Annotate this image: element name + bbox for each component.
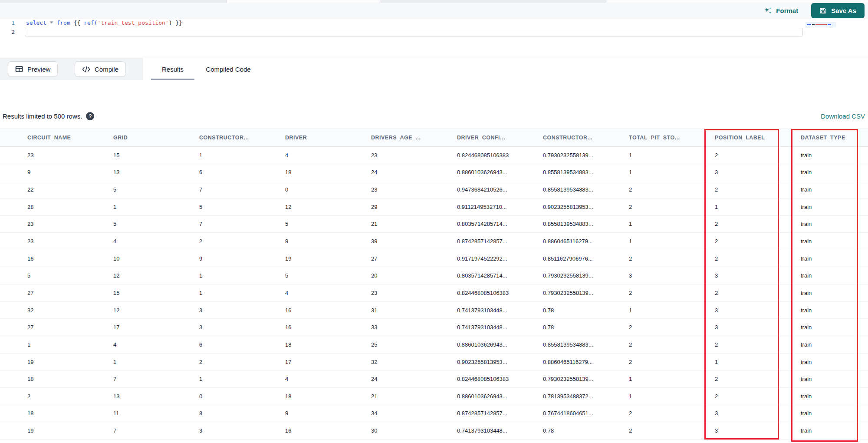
table-cell: 2 xyxy=(715,221,801,227)
table-cell: 0.8860103626943... xyxy=(457,341,543,348)
table-row: 22570230.9473684210526...0.8558139534883… xyxy=(0,181,868,198)
table-cell: train xyxy=(801,290,868,296)
table-cell: 16 xyxy=(285,324,371,331)
table-cell: 8 xyxy=(199,410,285,417)
table-cell: 2 xyxy=(715,341,801,348)
table-cell: 0.7930232558139... xyxy=(543,290,629,296)
table-cell: 23 xyxy=(27,152,113,159)
line-number: 2 xyxy=(0,28,17,36)
help-icon[interactable]: ? xyxy=(86,112,94,120)
download-csv-link[interactable]: Download CSV xyxy=(821,112,865,120)
line-number: 1 xyxy=(0,19,17,27)
compile-button-label: Compile xyxy=(95,66,118,73)
table-cell: 5 xyxy=(199,204,285,210)
active-line-cursor-box[interactable] xyxy=(25,28,803,36)
table-cell: 2 xyxy=(715,393,801,400)
table-row: 23575210.8035714285714...0.8558139534883… xyxy=(0,216,868,233)
table-cell: 4 xyxy=(113,238,199,245)
column-header-driver: DRIVER xyxy=(285,135,371,141)
action-bar: Format Save As xyxy=(0,3,868,19)
table-cell: 23 xyxy=(371,186,457,193)
table-cell: 1 xyxy=(715,204,801,210)
column-header-drivers-age: DRIVERS_AGE_... xyxy=(371,135,457,141)
table-cell: train xyxy=(801,341,868,348)
table-cell: 33 xyxy=(371,324,457,331)
table-row: 3212316310.7413793103448...0.7813train xyxy=(0,302,868,319)
table-cell: 17 xyxy=(285,359,371,365)
table-cell: train xyxy=(801,221,868,227)
table-cell: 0.7930232558139... xyxy=(543,152,629,159)
table-cell: 3 xyxy=(715,169,801,175)
table-cell: 0.7930232558139... xyxy=(543,272,629,279)
table-cell: 12 xyxy=(113,272,199,279)
code-token-operator: * xyxy=(46,20,56,26)
table-cell: 2 xyxy=(629,410,715,417)
code-line[interactable]: select * from {{ ref('train_test_positio… xyxy=(26,19,182,27)
table-cell: 2 xyxy=(629,290,715,296)
table-cell: 0.8511627906976... xyxy=(543,255,629,262)
results-table: CIRCUIT_NAMEGRIDCONSTRUCTOR...DRIVERDRIV… xyxy=(0,129,868,440)
table-cell: 1 xyxy=(629,393,715,400)
table-cell: 5 xyxy=(285,221,371,227)
table-row: 181189340.8742857142857...0.767441860465… xyxy=(0,405,868,423)
table-cell: 15 xyxy=(113,290,199,296)
save-as-button[interactable]: Save As xyxy=(811,3,865,18)
table-cell: 1 xyxy=(27,341,113,348)
table-cell: 0.7813953488372... xyxy=(543,393,629,400)
table-cell: train xyxy=(801,307,868,314)
table-cell: 18 xyxy=(27,376,113,382)
table-row: 2717316330.7413793103448...0.7823train xyxy=(0,319,868,336)
table-cell: 23 xyxy=(371,152,457,159)
table-cell: 4 xyxy=(285,376,371,382)
table-cell: 19 xyxy=(27,359,113,365)
table-cell: 16 xyxy=(27,255,113,262)
table-cell: 16 xyxy=(285,427,371,434)
table-cell: 1 xyxy=(199,152,285,159)
compile-button[interactable]: Compile xyxy=(75,61,126,77)
table-cell: 2 xyxy=(715,238,801,245)
table-cell: 21 xyxy=(371,221,457,227)
code-token-keyword: from xyxy=(56,20,70,26)
column-header-constructor: CONSTRUCTOR... xyxy=(543,135,629,141)
table-cell: 21 xyxy=(371,393,457,400)
table-cell: 13 xyxy=(113,393,199,400)
table-cell: 24 xyxy=(371,169,457,175)
table-cell: 3 xyxy=(715,324,801,331)
preview-button[interactable]: Preview xyxy=(8,61,58,77)
table-cell: 34 xyxy=(371,410,457,417)
table-cell: 1 xyxy=(629,376,715,382)
code-editor[interactable]: 1 2 select * from {{ ref('train_test_pos… xyxy=(0,19,868,58)
table-cell: train xyxy=(801,255,868,262)
table-cell: 2 xyxy=(715,255,801,262)
code-token-function: ref( xyxy=(84,20,97,26)
table-grid-icon xyxy=(15,65,23,73)
table-cell: 39 xyxy=(371,238,457,245)
table-row: 14618250.8860103626943...0.8558139534883… xyxy=(0,336,868,354)
table-cell: 27 xyxy=(27,324,113,331)
table-cell: 18 xyxy=(285,169,371,175)
table-cell: train xyxy=(801,186,868,193)
table-cell: 1 xyxy=(629,221,715,227)
editor-minimap xyxy=(806,22,836,27)
table-cell: 22 xyxy=(27,186,113,193)
table-cell: 2 xyxy=(715,290,801,296)
table-cell: 0.824468085106383 xyxy=(457,290,543,296)
preview-button-label: Preview xyxy=(27,66,50,73)
tab-results[interactable]: Results xyxy=(151,58,194,80)
table-cell: 0.8035714285714... xyxy=(457,272,543,279)
table-cell: 2 xyxy=(715,152,801,159)
table-cell: 0.9171974522292... xyxy=(457,255,543,262)
table-cell: 1 xyxy=(113,204,199,210)
table-row: 271514230.8244680851063830.7930232558139… xyxy=(0,284,868,302)
tab-compiled-code[interactable]: Compiled Code xyxy=(198,58,259,80)
table-cell: 17 xyxy=(113,324,199,331)
table-cell: 27 xyxy=(27,290,113,296)
table-cell: 0.7413793103448... xyxy=(457,427,543,434)
format-button[interactable]: Format xyxy=(764,7,798,15)
table-cell: 0.7930232558139... xyxy=(543,376,629,382)
table-cell: 12 xyxy=(113,307,199,314)
code-token-string: 'train_test_position' xyxy=(97,20,168,26)
table-cell: 9 xyxy=(27,169,113,175)
table-cell: 25 xyxy=(371,341,457,348)
table-cell: 29 xyxy=(371,204,457,210)
